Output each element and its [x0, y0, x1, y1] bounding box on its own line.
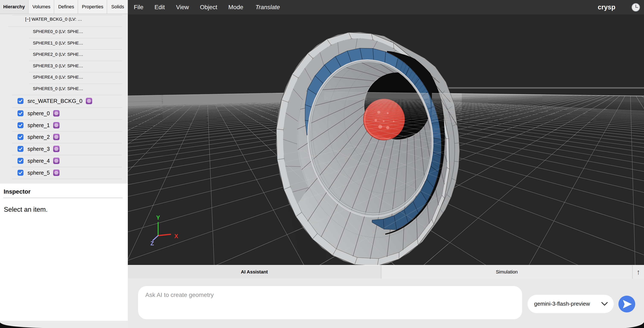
svg-text:Y: Y — [156, 214, 160, 221]
svg-text:X: X — [174, 233, 178, 239]
svg-text:Z: Z — [150, 240, 154, 247]
